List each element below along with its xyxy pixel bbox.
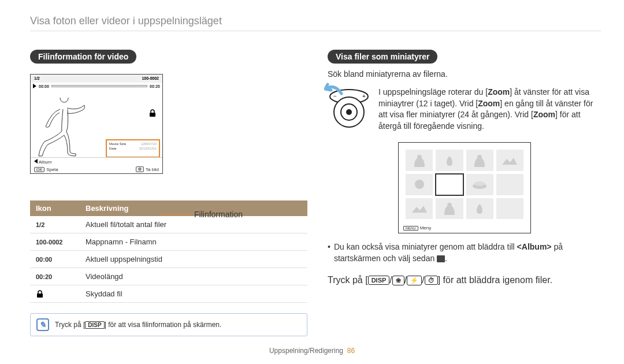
ok-key: OK [34, 167, 44, 172]
row-icon: 00:00 [30, 251, 80, 268]
thumb-cell [466, 198, 493, 220]
time-total: 00:20 [150, 84, 160, 88]
lock-icon [36, 290, 44, 298]
popup-label-size: Movie Size [109, 142, 126, 147]
album-label: Album [39, 159, 52, 165]
callout-line [161, 214, 193, 218]
svg-point-13 [447, 203, 452, 207]
thumb-cell [406, 198, 433, 220]
row-icon: 00:20 [30, 268, 80, 285]
tip-box: ✎ Tryck på [DISP] för att visa filinform… [30, 313, 307, 336]
svg-point-12 [474, 181, 485, 186]
file-counter: 1/2 [34, 76, 40, 80]
thumbnail-screen: MENUMeny [398, 142, 531, 233]
svg-point-8 [417, 155, 422, 159]
svg-rect-1 [37, 294, 43, 298]
dancer-illustration [35, 98, 93, 158]
tip-text: Tryck på [DISP] för att visa filinformat… [55, 321, 221, 329]
menu-label: Meny [420, 225, 432, 231]
timer-key: ⏱ [425, 276, 438, 285]
thumb-cell [466, 150, 493, 171]
popup-val-size: 1280X720 [141, 142, 157, 147]
th-icon: Ikon [30, 200, 80, 216]
row-desc: Skyddad fil [80, 285, 307, 303]
fileinfo-callout-label: Filinformation [194, 210, 243, 219]
popup-label-date: Date [109, 147, 117, 151]
flash-key: ⚡ [407, 276, 422, 285]
intro-text: Sök bland miniatyrerna av filerna. [328, 69, 601, 79]
zoom-instructions: I uppspelningsläge roterar du [Zoom] åt … [378, 87, 601, 132]
row-desc: Aktuell fil/totalt antal filer [80, 216, 307, 233]
thumb-cell [436, 198, 463, 220]
time-current: 00:00 [39, 84, 49, 88]
thumb-cell [466, 174, 493, 195]
progress-track [51, 85, 147, 87]
row-icon: 100-0002 [30, 233, 80, 251]
rotate-arrow-icon [324, 81, 345, 97]
zoom-dial: − + [328, 87, 370, 129]
play-label: Spela [46, 167, 58, 172]
lock-icon [148, 109, 157, 117]
disp-key: DISP [368, 276, 390, 285]
svg-point-10 [415, 180, 424, 189]
row-desc: Aktuell uppspelningstid [80, 251, 307, 268]
popup-val-date: 2013/01/01 [139, 147, 157, 151]
thumb-cell-selected [436, 174, 463, 195]
fileinfo-popup: Movie Size1280X720 Date2013/01/01 [106, 139, 160, 158]
album-tile-icon [437, 255, 445, 262]
row-icon: 1/2 [30, 216, 80, 233]
capture-label: Ta bild [146, 167, 159, 172]
thumb-cell [496, 174, 523, 195]
thumb-cell [406, 174, 433, 195]
macro-key: ❀ [392, 276, 404, 285]
thumb-cell [406, 150, 433, 171]
folder-file: 100-0002 [142, 76, 159, 80]
row-desc: Mappnamn - Filnamn [80, 233, 307, 251]
bullet-tip: • Du kan också visa miniatyrer genom att… [328, 242, 601, 264]
thumb-cell [436, 150, 463, 171]
section-heading-right: Visa filer som miniatyrer [328, 50, 437, 64]
row-icon [30, 285, 80, 303]
video-playback-screen: 1/2 100-0002 00:00 00:20 Movie Size1280X… [30, 74, 163, 174]
thumb-cell [496, 150, 523, 171]
svg-point-9 [477, 155, 482, 159]
svg-text:+: + [362, 93, 366, 99]
page-title: Visa foton eller videor i uppspelningslä… [30, 15, 222, 27]
menu-key: MENU [403, 226, 418, 231]
th-desc: Beskrivning [80, 200, 307, 216]
rule [30, 31, 601, 31]
note-icon: ✎ [36, 318, 49, 331]
thumb-cell [496, 198, 523, 220]
page-footer: Uppspelning/Redigering 86 [0, 347, 624, 355]
flower-key: ✿ [136, 166, 144, 172]
row-desc: Videolängd [80, 268, 307, 285]
play-icon [33, 84, 36, 88]
svg-point-7 [346, 109, 352, 115]
svg-rect-0 [150, 113, 155, 117]
section-heading-left: Filinformation för video [30, 50, 136, 64]
nav-instruction: Tryck på [DISP/❀/⚡/⏱] för att bläddra ig… [328, 275, 601, 285]
disp-key: DISP [85, 321, 104, 329]
